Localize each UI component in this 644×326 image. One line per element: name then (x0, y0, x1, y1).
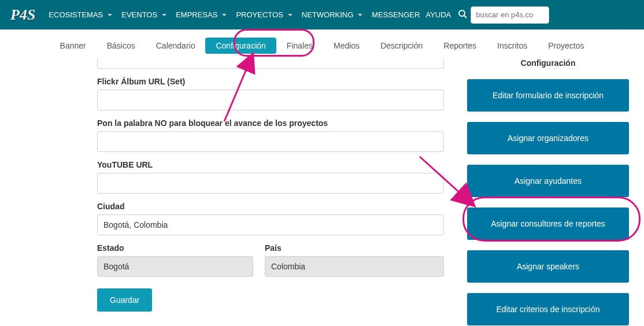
youtube-label: YouTUBE URL (97, 160, 444, 169)
chevron-down-icon (288, 14, 293, 16)
flickr-label: Flickr Álbum URL (Set) (97, 77, 444, 86)
top-menu: ECOSISTEMAS EVENTOS EMPRESAS PROYECTOS N… (44, 0, 549, 29)
top-nav: P4S ECOSISTEMAS EVENTOS EMPRESAS PROYECT… (0, 0, 644, 29)
side-btn-edit-form[interactable]: Editar formulario de inscripción (467, 79, 629, 112)
estado-label: Estado (97, 243, 253, 253)
nav-item-label: EVENTOS (121, 10, 157, 19)
chevron-down-icon (108, 14, 112, 16)
nav-item-label: AYUDA (425, 10, 451, 19)
svg-point-0 (459, 10, 465, 16)
chevron-down-icon (358, 14, 362, 16)
prev-input-partial[interactable] (97, 58, 444, 69)
side-btn-ayudantes[interactable]: Asignar ayudantes (467, 165, 629, 197)
nav-eventos[interactable]: EVENTOS (117, 0, 171, 29)
pais-label: País (265, 243, 444, 253)
ciudad-input[interactable] (97, 214, 444, 235)
search-input[interactable] (471, 6, 549, 24)
tab-reportes[interactable]: Reportes (433, 38, 487, 54)
noblock-label: Pon la palabra NO para bloquear el avanc… (97, 118, 444, 128)
nav-item-label: MESSENGER (372, 10, 420, 19)
chevron-down-icon (222, 14, 227, 16)
save-button[interactable]: Guardar (97, 288, 152, 312)
side-panel: Configuración Editar formulario de inscr… (467, 54, 629, 326)
nav-networking[interactable]: NETWORKING (297, 0, 368, 29)
nav-item-label: NETWORKING (302, 10, 354, 19)
side-btn-speakers[interactable]: Asignar speakers (467, 250, 629, 283)
search-icon[interactable] (458, 9, 467, 20)
tab-medios[interactable]: Medios (323, 38, 370, 54)
tab-proyectos[interactable]: Proyectos (538, 38, 594, 54)
youtube-input[interactable] (97, 173, 444, 194)
tab-finales[interactable]: Finales (276, 38, 323, 54)
tab-descripcion[interactable]: Descripción (370, 38, 433, 54)
tab-inscritos[interactable]: Inscritos (487, 38, 538, 54)
tab-banner[interactable]: Banner (50, 38, 97, 54)
nav-proyectos[interactable]: PROYECTOS (231, 0, 297, 29)
nav-item-label: ECOSISTEMAS (49, 10, 103, 19)
main-content: Flickr Álbum URL (Set) Pon la palabra NO… (0, 54, 644, 326)
side-btn-consultores[interactable]: Asignar consultores de reportes (467, 208, 629, 240)
tab-configuracion[interactable]: Configuración (205, 38, 276, 54)
nav-empresas[interactable]: EMPRESAS (171, 0, 231, 29)
form-panel: Flickr Álbum URL (Set) Pon la palabra NO… (97, 54, 444, 326)
nav-item-label: PROYECTOS (236, 10, 283, 19)
tab-calendario[interactable]: Calendario (146, 38, 206, 54)
flickr-input[interactable] (97, 90, 444, 110)
estado-input (97, 256, 253, 277)
nav-ecosistemas[interactable]: ECOSISTEMAS (44, 0, 117, 29)
side-title: Configuración (467, 58, 629, 68)
logo: P4S (10, 6, 35, 24)
svg-line-1 (464, 16, 467, 18)
sub-tabs: Banner Básicos Calendario Configuración … (0, 29, 644, 54)
nav-ayuda[interactable]: AYUDA (424, 0, 456, 29)
nav-messenger[interactable]: MESSENGER (367, 0, 424, 29)
noblock-input[interactable] (97, 131, 444, 152)
chevron-down-icon (162, 14, 166, 16)
tab-basicos[interactable]: Básicos (97, 38, 146, 54)
nav-item-label: EMPRESAS (176, 10, 217, 19)
side-btn-criterios[interactable]: Editar criterios de inscripción (467, 293, 629, 325)
side-btn-organizadores[interactable]: Asignar organizadores (467, 122, 629, 154)
ciudad-label: Ciudad (97, 202, 444, 211)
pais-input (265, 256, 444, 277)
